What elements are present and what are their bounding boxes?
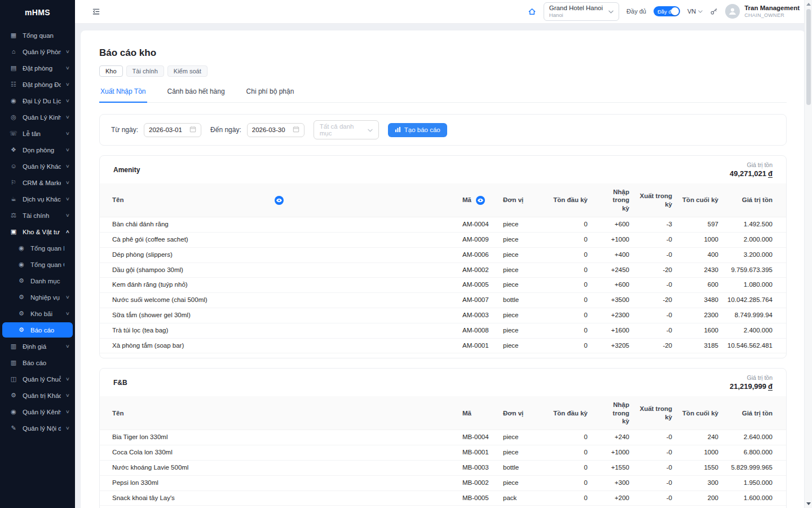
key-icon[interactable] [710, 7, 718, 15]
table-row[interactable]: Dầu gội (shampoo 30ml) AM-0002 piece 0 +… [100, 262, 786, 278]
sidebar-item[interactable]: ⚙ Danh mục [0, 273, 75, 289]
scroll-up-icon[interactable] [806, 3, 811, 6]
table-row[interactable]: Sữa tắm (shower gel 30ml) AM-0003 piece … [100, 308, 786, 323]
cell-value: 9.759.673.395 [723, 262, 786, 278]
language-selector[interactable]: VN [687, 8, 703, 15]
tab-chi-phi-bo-phan[interactable]: Chi phí bộ phận [245, 85, 295, 102]
table-row[interactable]: Nước suối welcome (chai 500ml) AM-0007 b… [100, 293, 786, 308]
cell-unit: piece [498, 217, 547, 233]
tag-tai-chinh[interactable]: Tài chính [126, 65, 164, 77]
sidebar-item[interactable]: ⚙ Nghiệp vụ ∨ [0, 289, 75, 305]
cell-opening: 0 [547, 323, 592, 338]
chevron-icon: ∨ [65, 213, 70, 218]
cell-closing: 200 [677, 491, 723, 506]
table-row[interactable]: Bia Tiger lon 330ml MB-0004 piece 0 +240… [100, 430, 786, 445]
sidebar-item[interactable]: ⚙ Báo cáo [2, 322, 73, 338]
sidebar-item[interactable]: ✎ Quản lý Nội dung ∨ [0, 420, 75, 436]
table-row[interactable]: Xà phòng tắm (soap bar) AM-0001 piece 0 … [100, 338, 786, 353]
sidebar-item[interactable]: ▤ Đặt phòng ∨ [0, 60, 75, 76]
sidebar-item-label: Quản lý Nội dung [23, 425, 61, 432]
sidebar-item[interactable]: ◉ Quản lý Kênh ∨ [0, 404, 75, 420]
table-row[interactable]: Kem đánh răng (tuýp nhỏ) AM-0005 piece 0… [100, 278, 786, 293]
sidebar-item[interactable]: ☷ Đặt phòng Đoàn ∨ [0, 76, 75, 93]
cell-out: -20 [634, 262, 677, 278]
table-row[interactable]: Snack khoai tây Lay's MB-0005 pack 0 +20… [100, 491, 786, 506]
table-row[interactable]: Pepsi lon 330ml MB-0002 piece 0 +300 -0 … [100, 475, 786, 491]
cell-name: Bàn chải đánh răng [100, 217, 458, 233]
table-row[interactable]: Dép phòng (slippers) AM-0006 piece 0 +40… [100, 247, 786, 262]
sidebar-item[interactable]: ▦ Tổng quan [0, 27, 75, 43]
user-role: CHAIN_OWNER [744, 12, 800, 19]
sidebar-item[interactable]: ▣ Kho & Vật tư ∧ [0, 224, 75, 240]
generate-report-button[interactable]: Tạo báo cáo [388, 123, 447, 137]
tab-xuat-nhap-ton[interactable]: Xuất Nhập Tồn [99, 85, 147, 102]
sidebar-item[interactable]: ⚙ Quản trị Khách ... ∨ [0, 387, 75, 404]
column-header-code: Mã [462, 196, 471, 204]
sidebar-item[interactable]: ❖ Dọn phòng ∨ [0, 142, 75, 158]
tag-kho[interactable]: Kho [99, 65, 123, 77]
chevron-icon: ∨ [65, 164, 70, 169]
sidebar-item-label: Đại Lý Du Lịch [23, 98, 61, 104]
sidebar-item[interactable]: ⚙ Kho bãi ∨ [0, 305, 75, 322]
cell-name: Trà túi lọc (tea bag) [100, 323, 458, 338]
from-date-input[interactable] [149, 126, 186, 133]
tab-canh-bao-het-hang[interactable]: Cảnh báo hết hàng [166, 85, 226, 102]
cell-value: 1.492.500 [723, 217, 786, 233]
scrollbar-thumb[interactable] [806, 9, 811, 105]
sidebar-item-icon: ⚙ [17, 294, 25, 300]
sidebar-item[interactable]: ◎ Quản Lý Kinh D... ∨ [0, 109, 75, 125]
topbar: Grand Hotel Hanoi Hanoi Đầy đủ Đầy đủ VN [75, 0, 812, 24]
column-visibility-eye-icon[interactable] [476, 196, 485, 205]
chevron-icon: ∧ [65, 229, 70, 234]
sidebar-item[interactable]: ☕ Dịch vụ Khách ∨ [0, 191, 75, 207]
cell-unit: bottle [498, 293, 547, 308]
sidebar-item[interactable]: ◉ Tổng quan Ch... [0, 256, 75, 273]
section-title: F&B [113, 379, 127, 387]
scroll-down-icon[interactable] [806, 502, 811, 505]
sidebar-item[interactable]: ◫ Quản lý Chuỗi ∨ [0, 371, 75, 387]
table-row[interactable]: Trà túi lọc (tea bag) AM-0008 piece 0 +1… [100, 323, 786, 338]
sidebar-item-icon: ◉ [17, 261, 25, 268]
sidebar-item-label: Nghiệp vụ [30, 294, 61, 301]
section-total: Giá trị tồn 21,219,999đ [730, 374, 773, 391]
category-select[interactable]: Tất cả danh mục [314, 120, 379, 139]
cell-value: 8.749.999.94 [723, 308, 786, 323]
sidebar-item[interactable]: ⚐ CRM & Marketi... ∨ [0, 174, 75, 191]
table-row[interactable]: Bàn chải đánh răng AM-0004 piece 0 +600 … [100, 217, 786, 233]
cell-unit: piece [498, 506, 547, 508]
table-row[interactable]: Coca Cola lon 330ml MB-0001 piece 0 +100… [100, 445, 786, 461]
sidebar-item-icon: ◫ [10, 376, 17, 382]
sidebar-item[interactable]: ⚖ Tài chính ∨ [0, 207, 75, 224]
cell-out: -0 [634, 506, 677, 508]
sidebar-item[interactable]: ☺ Quản lý Khách ... ∨ [0, 158, 75, 174]
column-header-unit: Đơn vị [503, 196, 523, 203]
column-header-out: Xuất trong kỳ [640, 192, 673, 207]
sidebar-item[interactable]: ⌂ Quản lý Phòng ∨ [0, 43, 75, 60]
table-row[interactable]: Cà phê gói (coffee sachet) AM-0009 piece… [100, 232, 786, 247]
table-row[interactable]: Nước khoáng Lavie 500ml MB-0003 bottle 0… [100, 461, 786, 476]
column-visibility-eye-icon[interactable] [275, 196, 284, 205]
sidebar-item[interactable]: ☏ Lễ tân ∨ [0, 125, 75, 142]
sidebar-item[interactable]: ◉ Đại Lý Du Lịch ∨ [0, 93, 75, 109]
scrollbar[interactable] [804, 0, 812, 508]
table-row[interactable]: Sôcôla thanh Dairy Milk MB-0006 piece 0 … [100, 506, 786, 508]
sidebar-item[interactable]: ◉ Tổng quan Kho [0, 240, 75, 256]
to-date-picker[interactable] [247, 123, 304, 137]
cell-unit: piece [498, 430, 547, 445]
chevron-icon: ∨ [65, 344, 70, 349]
cell-name: Sôcôla thanh Dairy Milk [100, 506, 458, 508]
sidebar-item[interactable]: ▥ Định giá ∨ [0, 338, 75, 354]
user-menu[interactable]: Tran Management CHAIN_OWNER [725, 4, 800, 19]
sidebar-item[interactable]: ▥ Báo cáo [0, 354, 75, 371]
hotel-selector-text: Grand Hotel Hanoi Hanoi [549, 5, 603, 18]
sidebar-item-label: Quản Lý Kinh D... [23, 114, 61, 121]
home-icon[interactable] [528, 7, 536, 16]
column-header-name: Tên [112, 410, 123, 417]
tag-kiem-soat[interactable]: Kiểm soát [167, 65, 208, 77]
hotel-selector[interactable]: Grand Hotel Hanoi Hanoi [544, 2, 619, 20]
from-date-picker[interactable] [144, 123, 201, 137]
display-mode-toggle[interactable]: Đầy đủ [654, 6, 680, 16]
section-total-value: 49,271,021đ [730, 169, 773, 178]
sidebar-collapse-icon[interactable] [91, 6, 102, 17]
to-date-input[interactable] [252, 126, 289, 133]
